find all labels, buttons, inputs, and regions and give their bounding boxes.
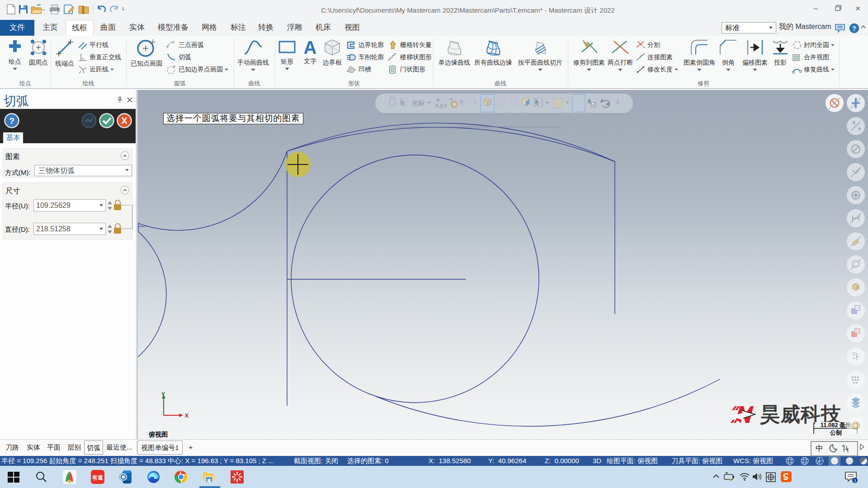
svg-text:3: 3: [854, 478, 856, 483]
svg-text:有道: 有道: [92, 474, 104, 481]
svg-text:X: X: [121, 116, 127, 126]
svg-text:x,y,z: x,y,z: [435, 102, 447, 108]
svg-text:X: X: [185, 413, 189, 419]
svg-text:光标: 光标: [411, 99, 425, 107]
svg-text:?: ?: [852, 25, 856, 32]
svg-text:公制: 公制: [830, 429, 842, 436]
svg-text:!: !: [731, 478, 731, 481]
svg-text:?: ?: [9, 116, 14, 126]
svg-text:Y: Y: [161, 392, 165, 398]
